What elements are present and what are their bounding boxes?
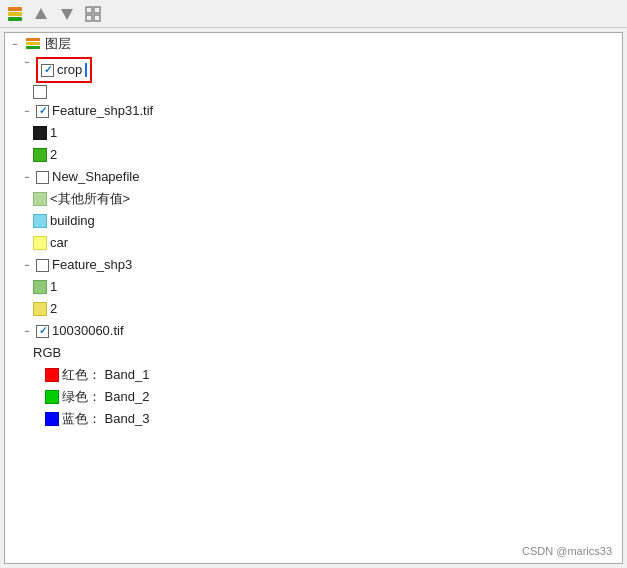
root-layers[interactable]: − 图层 [5,33,622,55]
toolbar-icon-3[interactable] [56,3,78,25]
tif-label: 10030060.tif [52,321,124,341]
new-shapefile-checkbox[interactable] [36,171,49,184]
layer-new-shapefile[interactable]: − New_Shapefile [5,166,622,188]
layer-feature-shp31[interactable]: − Feature_shp31.tif [5,100,622,122]
label-f31-2: 2 [50,145,57,165]
feature-shp31-expand-btn[interactable]: − [21,105,33,117]
label-green: 绿色： Band_2 [62,387,149,407]
rgb-label: RGB [33,343,61,363]
svg-marker-3 [35,8,47,19]
band-red: 红色： Band_1 [5,364,622,386]
svg-rect-0 [8,7,22,11]
crop-child [5,84,622,100]
swatch-ns-car [33,236,47,250]
toolbar-icon-2[interactable] [30,3,52,25]
band-green: 绿色： Band_2 [5,386,622,408]
new-shapefile-expand-btn[interactable]: − [21,171,33,183]
label-f31-1: 1 [50,123,57,143]
swatch-ns-other [33,192,47,206]
feature-shp31-checkbox[interactable] [36,105,49,118]
swatch-red [45,368,59,382]
new-shapefile-child-other: <其他所有值> [5,188,622,210]
layer-tif-10030060[interactable]: − 10030060.tif [5,320,622,342]
svg-rect-6 [94,7,100,13]
feature-shp3-checkbox[interactable] [36,259,49,272]
toolbar-icon-4[interactable] [82,3,104,25]
label-f3-1: 1 [50,277,57,297]
swatch-green [45,390,59,404]
label-ns-other: <其他所有值> [50,189,130,209]
label-blue: 蓝色： Band_3 [62,409,149,429]
svg-rect-5 [86,7,92,13]
feature-shp31-child-2: 2 [5,144,622,166]
crop-checkbox[interactable] [41,64,54,77]
swatch-f3-1 [33,280,47,294]
svg-rect-1 [8,12,22,16]
svg-rect-10 [26,42,40,45]
layer-crop[interactable]: − crop [5,55,622,84]
label-ns-car: car [50,233,68,253]
feature-shp3-label: Feature_shp3 [52,255,132,275]
new-shapefile-child-building: building [5,210,622,232]
layers-panel: − 图层 − crop − Feature_shp31.tif 1 [4,32,623,564]
feature-shp3-child-1: 1 [5,276,622,298]
feature-shp31-label: Feature_shp31.tif [52,101,153,121]
swatch-f31-1 [33,126,47,140]
svg-rect-2 [8,17,22,21]
root-label: 图层 [45,34,71,54]
watermark: CSDN @marics33 [522,545,612,557]
layer-feature-shp3[interactable]: − Feature_shp3 [5,254,622,276]
new-shapefile-label: New_Shapefile [52,167,139,187]
toolbar [0,0,627,28]
label-f3-2: 2 [50,299,57,319]
svg-rect-7 [86,15,92,21]
new-shapefile-child-car: car [5,232,622,254]
crop-highlight-box: crop [36,57,92,83]
crop-cursor [85,63,87,77]
tif-expand-btn[interactable]: − [21,325,33,337]
crop-expand-btn[interactable]: − [21,56,33,68]
svg-rect-8 [94,15,100,21]
tif-checkbox[interactable] [36,325,49,338]
rgb-group-label: RGB [5,342,622,364]
crop-label: crop [57,60,82,80]
label-ns-building: building [50,211,95,231]
feature-shp31-child-1: 1 [5,122,622,144]
toolbar-icon-1[interactable] [4,3,26,25]
swatch-f3-2 [33,302,47,316]
label-red: 红色： Band_1 [62,365,149,385]
crop-swatch [33,85,47,99]
swatch-ns-building [33,214,47,228]
band-blue: 蓝色： Band_3 [5,408,622,430]
svg-rect-9 [26,38,40,41]
svg-rect-11 [26,46,40,49]
layers-icon [24,35,42,53]
svg-marker-4 [61,9,73,20]
swatch-blue [45,412,59,426]
swatch-f31-2 [33,148,47,162]
feature-shp3-child-2: 2 [5,298,622,320]
feature-shp3-expand-btn[interactable]: − [21,259,33,271]
root-expand-btn[interactable]: − [9,38,21,50]
